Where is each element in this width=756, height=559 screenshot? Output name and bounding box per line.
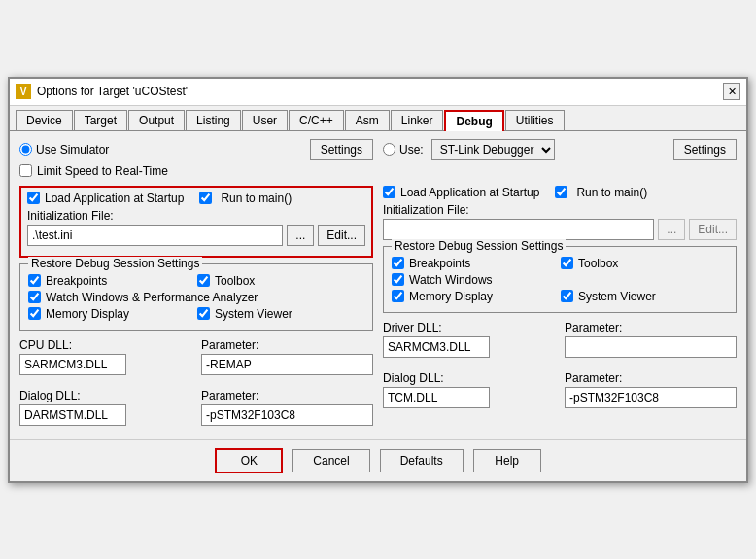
right-run-to-main-checkbox[interactable] bbox=[555, 186, 567, 198]
left-cpu-dll-sub: CPU DLL: bbox=[19, 338, 191, 375]
main-window: V Options for Target 'uCOStest' ✕ Device… bbox=[8, 77, 748, 483]
left-restore-title: Restore Debug Session Settings bbox=[28, 257, 202, 270]
left-dialog-dll-sub: Dialog DLL: bbox=[19, 389, 191, 426]
left-cpu-param-label: Parameter: bbox=[201, 338, 373, 352]
left-watch-label: Watch Windows & Performance Analyzer bbox=[46, 291, 258, 304]
right-restore-group: Restore Debug Session Settings Breakpoin… bbox=[383, 246, 737, 313]
left-load-app-label: Load Application at Startup bbox=[45, 192, 184, 205]
tab-device[interactable]: Device bbox=[16, 110, 73, 130]
left-load-app-row: Load Application at Startup Run to main(… bbox=[27, 192, 365, 205]
right-toolbox-checkbox[interactable] bbox=[561, 257, 573, 269]
right-dialog-param-input[interactable] bbox=[565, 387, 737, 408]
left-run-to-main-label: Run to main() bbox=[221, 192, 292, 205]
ok-button[interactable]: OK bbox=[215, 448, 283, 473]
defaults-button[interactable]: Defaults bbox=[380, 449, 464, 472]
right-driver-param-sub: Parameter: bbox=[565, 321, 737, 358]
left-breakpoints-checkbox[interactable] bbox=[28, 274, 41, 287]
app-icon: V bbox=[16, 84, 31, 99]
left-memory-label: Memory Display bbox=[46, 307, 129, 321]
right-sysviewer-checkbox[interactable] bbox=[561, 290, 573, 302]
tab-utilities[interactable]: Utilities bbox=[505, 110, 565, 130]
left-cpu-dll-row: CPU DLL: Parameter: bbox=[19, 338, 373, 375]
left-dialog-dll-label: Dialog DLL: bbox=[19, 389, 191, 402]
left-restore-inner: Breakpoints Toolbox Watch Windows & Perf… bbox=[28, 274, 364, 324]
left-memory-checkbox[interactable] bbox=[28, 307, 41, 320]
left-sysviewer-checkbox[interactable] bbox=[197, 307, 210, 320]
left-load-app-checkbox[interactable] bbox=[27, 192, 40, 204]
right-settings-button[interactable]: Settings bbox=[673, 139, 737, 160]
use-simulator-label: Use Simulator bbox=[36, 143, 109, 157]
right-dialog-dll-label: Dialog DLL: bbox=[383, 371, 555, 385]
left-dll-section: CPU DLL: Parameter: Dialog DLL: bbox=[19, 338, 373, 426]
right-edit-button[interactable]: Edit... bbox=[689, 219, 737, 240]
cancel-button[interactable]: Cancel bbox=[292, 449, 369, 472]
left-cpu-dll-input[interactable] bbox=[19, 354, 126, 375]
left-run-to-main-checkbox[interactable] bbox=[199, 192, 212, 204]
bottom-bar: OK Cancel Defaults Help bbox=[10, 439, 746, 481]
debugger-select[interactable]: ST-Link Debugger bbox=[431, 139, 555, 160]
left-sysviewer-label: System Viewer bbox=[215, 307, 292, 321]
right-breakpoints-checkbox[interactable] bbox=[392, 257, 404, 269]
left-panel: Use Simulator Settings Limit Speed to Re… bbox=[19, 139, 373, 432]
left-edit-button[interactable]: Edit... bbox=[318, 225, 365, 246]
right-sysviewer-label: System Viewer bbox=[578, 290, 656, 303]
right-dialog-dll-input[interactable] bbox=[383, 387, 490, 408]
right-init-file-input[interactable] bbox=[383, 219, 654, 240]
left-cpu-dll-label: CPU DLL: bbox=[19, 338, 191, 352]
left-cpu-param-input[interactable] bbox=[201, 354, 373, 375]
right-load-app-checkbox[interactable] bbox=[383, 186, 395, 198]
left-init-file-label: Initialization File: bbox=[27, 209, 365, 223]
left-init-file-section: Initialization File: ... Edit... bbox=[27, 209, 365, 246]
left-breakpoints-label: Breakpoints bbox=[46, 274, 107, 288]
right-dialog-dll-sub: Dialog DLL: bbox=[383, 371, 555, 408]
tab-target[interactable]: Target bbox=[74, 110, 127, 130]
title-bar-left: V Options for Target 'uCOStest' bbox=[16, 84, 188, 99]
right-panel: Use: ST-Link Debugger Settings Load Appl… bbox=[383, 139, 737, 432]
right-dialog-dll-row: Dialog DLL: Parameter: bbox=[383, 371, 737, 408]
right-breakpoints-label: Breakpoints bbox=[409, 257, 470, 270]
right-driver-dll-sub: Driver DLL: bbox=[383, 321, 555, 358]
right-dialog-param-sub: Parameter: bbox=[565, 371, 737, 408]
use-simulator-radio[interactable] bbox=[19, 143, 32, 156]
tab-listing[interactable]: Listing bbox=[186, 110, 241, 130]
right-memory-checkbox[interactable] bbox=[392, 290, 404, 302]
window-title: Options for Target 'uCOStest' bbox=[37, 85, 188, 98]
left-settings-button[interactable]: Settings bbox=[310, 139, 373, 160]
help-button[interactable]: Help bbox=[473, 449, 541, 472]
left-toolbox-checkbox[interactable] bbox=[197, 274, 210, 287]
tab-cpp[interactable]: C/C++ bbox=[289, 110, 344, 130]
right-driver-param-input[interactable] bbox=[565, 336, 737, 358]
right-driver-dll-row: Driver DLL: Parameter: bbox=[383, 321, 737, 358]
left-dialog-param-label: Parameter: bbox=[201, 389, 373, 402]
right-dialog-param-label: Parameter: bbox=[565, 371, 737, 385]
use-external-radio[interactable] bbox=[383, 143, 395, 156]
right-run-to-main-label: Run to main() bbox=[576, 186, 647, 199]
left-init-file-input[interactable] bbox=[27, 225, 283, 246]
right-driver-dll-input[interactable] bbox=[383, 336, 490, 358]
tab-output[interactable]: Output bbox=[128, 110, 185, 130]
right-watch-checkbox[interactable] bbox=[392, 273, 404, 286]
tab-debug[interactable]: Debug bbox=[444, 110, 503, 131]
right-checkboxes-row2: Memory Display System Viewer bbox=[392, 290, 728, 306]
right-init-file-row: ... Edit... bbox=[383, 219, 737, 240]
right-init-file-label: Initialization File: bbox=[383, 203, 737, 217]
limit-speed-row: Limit Speed to Real-Time bbox=[19, 164, 373, 178]
left-dialog-param-input[interactable] bbox=[201, 404, 373, 426]
left-restore-group: Restore Debug Session Settings Breakpoin… bbox=[19, 263, 373, 331]
close-button[interactable]: ✕ bbox=[723, 83, 740, 100]
right-load-app-row: Load Application at Startup Run to main(… bbox=[383, 186, 737, 199]
right-browse-button[interactable]: ... bbox=[658, 219, 685, 240]
limit-speed-checkbox[interactable] bbox=[19, 164, 32, 177]
right-checkboxes-row1: Breakpoints Toolbox bbox=[392, 257, 728, 273]
right-load-app-label: Load Application at Startup bbox=[400, 186, 539, 199]
right-restore-title: Restore Debug Session Settings bbox=[392, 239, 566, 253]
right-init-file-section: Initialization File: ... Edit... bbox=[383, 203, 737, 240]
left-browse-button[interactable]: ... bbox=[287, 225, 314, 246]
left-dialog-dll-input[interactable] bbox=[19, 404, 126, 426]
left-watch-checkbox[interactable] bbox=[28, 291, 41, 303]
tab-linker[interactable]: Linker bbox=[391, 110, 444, 130]
tab-user[interactable]: User bbox=[242, 110, 288, 130]
left-watch-row: Watch Windows & Performance Analyzer bbox=[28, 291, 364, 304]
tab-content: Use Simulator Settings Limit Speed to Re… bbox=[10, 131, 746, 439]
tab-asm[interactable]: Asm bbox=[345, 110, 390, 130]
